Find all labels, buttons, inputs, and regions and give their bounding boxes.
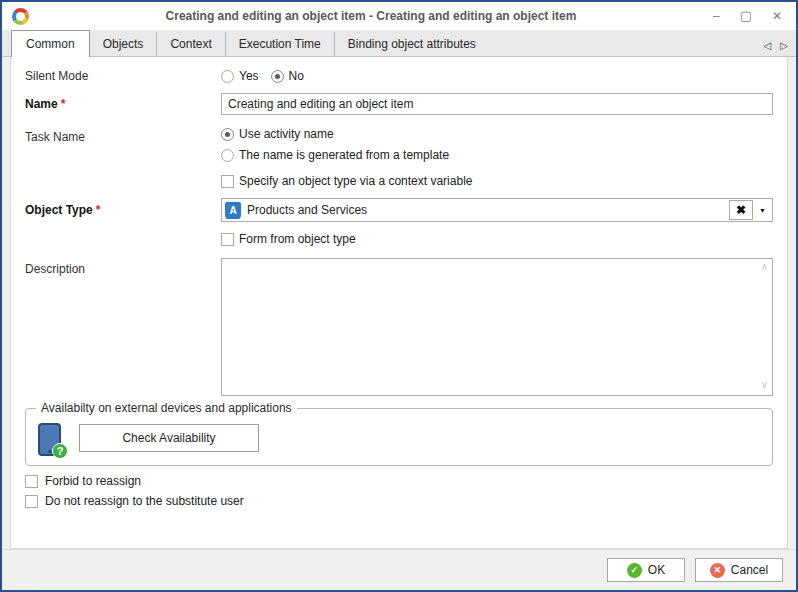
checkbox-label: Forbid to reassign (45, 474, 141, 488)
radio-label: Yes (239, 69, 259, 83)
dialog-footer: ✓ OK ✕ Cancel (2, 549, 796, 590)
required-marker: * (61, 97, 66, 111)
radio-label: No (289, 69, 304, 83)
cancel-button-label: Cancel (731, 563, 768, 577)
radio-icon (221, 149, 234, 162)
tab-binding-object-attributes[interactable]: Binding object attributes (335, 32, 489, 56)
checkbox-icon (221, 233, 234, 246)
object-type-label: Object Type* (25, 203, 221, 217)
silent-mode-yes-radio[interactable]: Yes (221, 69, 259, 83)
name-label: Name* (25, 97, 221, 111)
checkbox-icon (221, 175, 234, 188)
tab-scroll-arrows: ◁ ▷ (764, 40, 788, 51)
task-name-use-activity-radio[interactable]: Use activity name (221, 127, 773, 141)
context-variable-row: Specify an object type via a context var… (25, 174, 773, 188)
radio-icon (221, 70, 234, 83)
checkbox-icon (25, 475, 38, 488)
tab-objects[interactable]: Objects (90, 32, 158, 56)
radio-icon (221, 128, 234, 141)
maximize-icon[interactable]: ▢ (740, 10, 752, 22)
form-from-object-type-row: Form from object type (25, 232, 773, 246)
window-controls: – ▢ ✕ (713, 10, 786, 22)
required-marker: * (96, 203, 101, 217)
availability-groupbox: Availabilty on external devices and appl… (25, 408, 773, 466)
help-badge-icon: ? (52, 443, 68, 459)
app-logo-icon (12, 8, 29, 25)
object-type-value: Products and Services (247, 203, 729, 217)
forbid-reassign-checkbox[interactable]: Forbid to reassign (25, 474, 773, 488)
radio-label: The name is generated from a template (239, 148, 449, 162)
tab-strip: Common Objects Context Execution Time Bi… (2, 30, 796, 57)
checkbox-label: Form from object type (239, 232, 356, 246)
tab-context[interactable]: Context (157, 32, 225, 56)
ok-button-label: OK (648, 563, 665, 577)
context-variable-checkbox[interactable]: Specify an object type via a context var… (221, 174, 773, 188)
radio-label: Use activity name (239, 127, 334, 141)
cancel-icon: ✕ (710, 563, 725, 578)
clear-icon[interactable]: ✖ (729, 200, 753, 220)
name-row: Name* (25, 93, 773, 115)
no-reassign-substitute-checkbox[interactable]: Do not reassign to the substitute user (25, 494, 773, 508)
task-name-label: Task Name (25, 127, 221, 144)
object-type-row: Object Type* A Products and Services ✖ ▼ (25, 198, 773, 222)
description-row: Description ∧ ∨ (25, 258, 773, 396)
task-name-template-radio[interactable]: The name is generated from a template (221, 148, 773, 162)
tab-execution-time[interactable]: Execution Time (226, 32, 335, 56)
window-title: Creating and editing an object item - Cr… (29, 9, 713, 23)
titlebar: Creating and editing an object item - Cr… (2, 2, 796, 30)
dialog-window: Creating and editing an object item - Cr… (0, 0, 798, 592)
radio-icon (271, 70, 284, 83)
dropdown-icon[interactable]: ▼ (754, 200, 771, 220)
checkbox-icon (25, 495, 38, 508)
object-type-combobox[interactable]: A Products and Services ✖ ▼ (221, 198, 773, 222)
checkbox-label: Do not reassign to the substitute user (45, 494, 244, 508)
common-tab-page: Silent Mode Yes No Name* (10, 57, 788, 549)
scroll-down-icon[interactable]: ∨ (761, 380, 768, 390)
cancel-button[interactable]: ✕ Cancel (695, 558, 783, 582)
ok-icon: ✓ (627, 563, 642, 578)
name-input[interactable] (221, 93, 773, 115)
description-textarea[interactable] (221, 258, 773, 396)
checkbox-label: Specify an object type via a context var… (239, 174, 472, 188)
silent-mode-label: Silent Mode (25, 69, 221, 83)
tab-scroll-right-icon[interactable]: ▷ (780, 40, 788, 51)
scroll-up-icon[interactable]: ∧ (761, 262, 768, 272)
tab-common[interactable]: Common (11, 30, 90, 57)
silent-mode-row: Silent Mode Yes No (25, 69, 773, 83)
phone-icon: ? (38, 423, 61, 456)
check-availability-button[interactable]: Check Availability (79, 424, 259, 452)
object-type-icon: A (225, 202, 241, 218)
form-from-object-type-checkbox[interactable]: Form from object type (221, 232, 773, 246)
close-icon[interactable]: ✕ (772, 10, 782, 22)
availability-group-label: Availabilty on external devices and appl… (36, 401, 297, 415)
task-name-row: Task Name Use activity name The name is … (25, 127, 773, 162)
description-label: Description (25, 258, 221, 276)
tab-scroll-left-icon[interactable]: ◁ (764, 40, 772, 51)
ok-button[interactable]: ✓ OK (607, 558, 685, 582)
silent-mode-no-radio[interactable]: No (271, 69, 304, 83)
minimize-icon[interactable]: – (713, 10, 720, 22)
